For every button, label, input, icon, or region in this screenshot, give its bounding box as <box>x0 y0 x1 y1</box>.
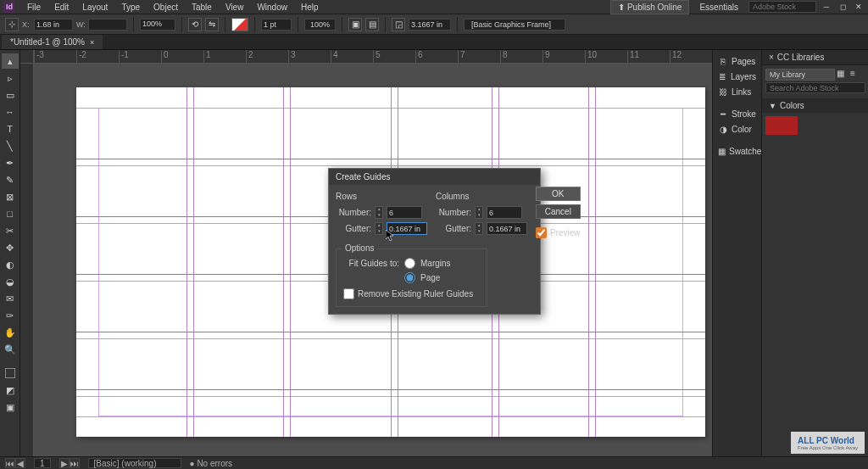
ruler-tick: 6 <box>415 50 458 63</box>
column-guide[interactable] <box>588 87 589 437</box>
menu-file[interactable]: File <box>20 1 47 14</box>
window-close-icon[interactable]: ✕ <box>853 2 865 12</box>
view-mode-toggle[interactable]: ▣ <box>2 399 19 415</box>
column-guide[interactable] <box>283 87 284 437</box>
horizontal-ruler[interactable]: -3 -2 -1 0 1 2 3 4 5 6 7 8 9 10 11 12 13 <box>34 50 712 64</box>
panel-stroke[interactable]: ━Stroke <box>713 106 761 121</box>
preview-checkbox[interactable] <box>536 227 547 238</box>
menu-view[interactable]: View <box>219 1 251 14</box>
margins-radio[interactable] <box>404 258 415 269</box>
object-style-select[interactable]: [Basic Graphics Frame] <box>464 19 565 31</box>
menu-type[interactable]: Type <box>114 1 147 14</box>
column-guide[interactable] <box>193 87 194 437</box>
cancel-button[interactable]: Cancel <box>536 204 581 219</box>
rectangle-frame-tool[interactable]: ⊠ <box>2 189 19 204</box>
scale-x-input[interactable]: 100% <box>140 19 175 31</box>
hand-tool[interactable]: ✋ <box>2 325 19 340</box>
panel-color[interactable]: ◑Color <box>713 121 761 137</box>
zoom-select[interactable]: 100% <box>304 19 336 31</box>
panel-swatches[interactable]: ▦Swatches <box>713 143 761 159</box>
first-page-button[interactable]: ⏮ <box>5 458 15 468</box>
page-number-field[interactable]: 1 <box>34 458 51 468</box>
vertical-ruler[interactable] <box>20 64 34 456</box>
cols-number-label: Number: <box>436 208 471 217</box>
workspace-switcher[interactable]: Essentials <box>693 1 745 14</box>
cc-libraries-tab[interactable]: ×CC Libraries <box>762 50 868 65</box>
stroke-weight-input[interactable] <box>261 19 292 31</box>
prev-page-button[interactable]: ◀ <box>15 458 25 468</box>
rectangle-tool[interactable]: □ <box>2 206 19 221</box>
type-tool[interactable]: T <box>2 121 19 137</box>
column-guide[interactable] <box>290 87 291 437</box>
menu-window[interactable]: Window <box>250 1 294 14</box>
lib-view-icon[interactable]: ▦ <box>837 69 849 81</box>
page-tool[interactable]: ▭ <box>2 87 19 103</box>
cols-gutter-input[interactable] <box>487 222 527 235</box>
pen-tool[interactable]: ✒ <box>2 155 19 170</box>
zoom-tool[interactable]: 🔍 <box>2 342 19 357</box>
menu-object[interactable]: Object <box>147 1 185 14</box>
text-wrap2-icon[interactable]: ▤ <box>365 18 379 31</box>
fill-swatch[interactable] <box>231 18 248 31</box>
adobe-stock-search[interactable] <box>748 1 816 13</box>
fill-stroke-swap[interactable] <box>2 366 19 381</box>
default-fill-stroke[interactable]: ◩ <box>2 382 19 398</box>
panel-layers[interactable]: ≣Layers <box>713 69 761 84</box>
library-select[interactable]: My Library <box>765 69 835 81</box>
colors-accordion[interactable]: ▼ Colors <box>762 98 868 113</box>
pencil-tool[interactable]: ✎ <box>2 172 19 187</box>
tab-close-icon[interactable]: × <box>90 38 94 47</box>
spinner-icon[interactable]: ▴▾ <box>475 206 483 219</box>
selection-tool[interactable]: ▴ <box>2 53 19 69</box>
watermark-brand: ALL PC World <box>798 436 854 445</box>
window-minimize-icon[interactable]: ─ <box>821 2 832 12</box>
menu-edit[interactable]: Edit <box>47 1 75 14</box>
ruler-origin[interactable] <box>20 50 34 64</box>
cols-number-input[interactable] <box>487 206 522 219</box>
lib-list-icon[interactable]: ≡ <box>850 69 862 81</box>
panel-pages[interactable]: ⎘Pages <box>713 53 761 69</box>
window-restore-icon[interactable]: ◻ <box>837 2 849 12</box>
menu-help[interactable]: Help <box>294 1 326 14</box>
close-icon[interactable]: × <box>769 53 774 62</box>
rows-number-input[interactable] <box>387 206 422 219</box>
spinner-icon[interactable]: ▴▾ <box>375 206 383 219</box>
next-page-button[interactable]: ▶ <box>59 458 70 468</box>
document-tab[interactable]: *Untitled-1 @ 100% × <box>2 35 103 49</box>
color-swatch[interactable] <box>765 116 798 135</box>
corner-options-icon[interactable]: ◲ <box>392 18 405 31</box>
page-radio[interactable] <box>404 272 415 283</box>
publish-online-button[interactable]: ⬆ Publish Online <box>610 0 689 14</box>
spinner-icon[interactable]: ▴▾ <box>475 222 483 235</box>
reference-point-icon[interactable]: ⊹ <box>5 18 19 31</box>
last-page-button[interactable]: ⏭ <box>70 458 80 468</box>
flip-h-icon[interactable]: ⇋ <box>205 18 219 31</box>
ok-button[interactable]: OK <box>536 187 581 201</box>
panel-links[interactable]: ⛓Links <box>713 84 761 99</box>
w-input[interactable] <box>88 19 127 31</box>
note-tool[interactable]: ✉ <box>2 291 19 306</box>
rotate-icon[interactable]: ⟲ <box>188 18 202 31</box>
eyedropper-tool[interactable]: ✑ <box>2 308 19 323</box>
menu-table[interactable]: Table <box>185 1 219 14</box>
free-transform-tool[interactable]: ✥ <box>2 240 19 255</box>
column-guide[interactable] <box>186 87 187 437</box>
library-search-input[interactable] <box>765 82 865 93</box>
gradient-swatch-tool[interactable]: ◐ <box>2 257 19 272</box>
spinner-icon[interactable]: ▴▾ <box>375 222 383 235</box>
ruler-tick: 2 <box>246 50 288 63</box>
menu-layout[interactable]: Layout <box>75 1 114 14</box>
x-input[interactable] <box>34 19 73 31</box>
scissors-tool[interactable]: ✂ <box>2 223 19 238</box>
rows-gutter-input[interactable] <box>387 222 427 235</box>
direct-selection-tool[interactable]: ▹ <box>2 70 19 86</box>
gradient-feather-tool[interactable]: ◒ <box>2 274 19 289</box>
line-tool[interactable]: ╲ <box>2 138 19 154</box>
text-wrap-icon[interactable]: ▣ <box>348 18 362 31</box>
preflight-status[interactable]: ● No errors <box>190 459 233 468</box>
remove-guides-checkbox[interactable] <box>343 288 354 299</box>
gap-tool[interactable]: ↔ <box>2 104 19 120</box>
corner-radius-input[interactable] <box>409 19 451 31</box>
column-guide[interactable] <box>595 87 596 437</box>
preset-label[interactable]: [Basic] (working) <box>88 458 181 468</box>
